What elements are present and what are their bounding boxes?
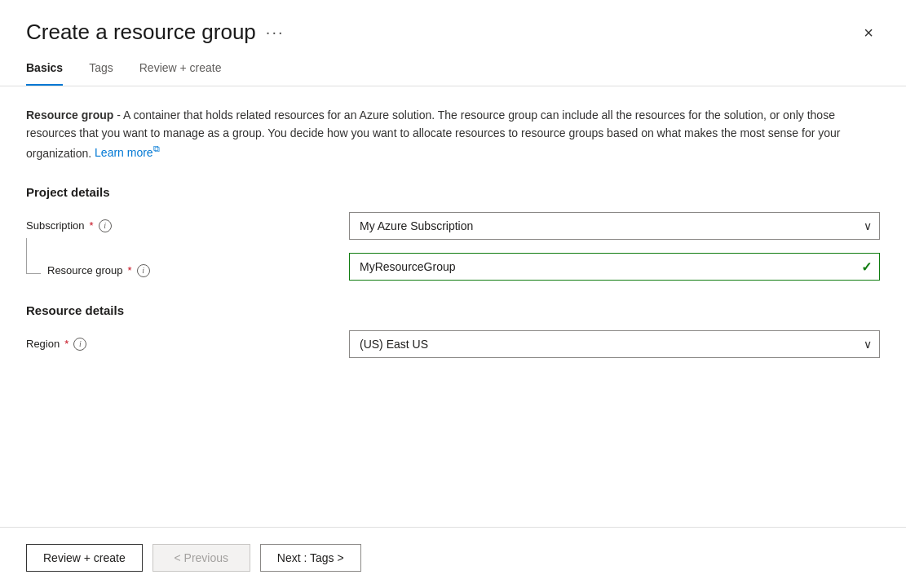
create-resource-group-dialog: Create a resource group ··· × Basics Tag… [0,0,906,588]
subscription-select-wrapper: My Azure Subscription ∨ [349,212,880,240]
dialog-footer: Review + create < Previous Next : Tags > [0,527,906,588]
indent-bracket [26,238,41,274]
dialog-header: Create a resource group ··· × [0,0,906,45]
dialog-title: Create a resource group [26,20,256,45]
resource-group-select-wrapper: MyResourceGroup ✓ [349,253,880,281]
more-options-icon[interactable]: ··· [266,23,285,42]
resource-group-select[interactable]: MyResourceGroup [349,253,880,281]
region-info-icon[interactable]: i [73,338,86,351]
region-label: Region [26,338,60,350]
resource-group-info-icon[interactable]: i [137,264,150,277]
tabs-bar: Basics Tags Review + create [0,45,906,86]
review-create-button[interactable]: Review + create [26,544,143,572]
description-bold: Resource group [26,108,113,122]
title-area: Create a resource group ··· [26,20,285,45]
subscription-row: Subscription * i My Azure Subscription ∨ [26,212,880,240]
subscription-required: * [90,219,94,232]
subscription-select[interactable]: My Azure Subscription [349,212,880,240]
subscription-control: My Azure Subscription ∨ [349,212,880,240]
region-label-area: Region * i [26,338,336,351]
close-button[interactable]: × [857,21,880,44]
region-row: Region * i (US) East US ∨ [26,330,880,358]
previous-button[interactable]: < Previous [152,544,250,572]
resource-group-row: Resource group * i MyResourceGroup ✓ [26,253,880,281]
subscription-label-area: Subscription * i [26,219,336,232]
resource-group-indent: Resource group * i [26,256,336,277]
region-select[interactable]: (US) East US [349,330,880,358]
resource-details-section: Resource details Region * i (US) East US… [26,303,880,358]
learn-more-link[interactable]: Learn more⧉ [95,146,160,159]
resource-group-required: * [128,264,132,276]
next-tags-button[interactable]: Next : Tags > [260,544,361,572]
region-required: * [64,338,69,350]
resource-group-label: Resource group [47,264,123,276]
region-select-wrapper: (US) East US ∨ [349,330,880,358]
resource-group-description: Resource group - A container that holds … [26,106,880,162]
tab-review-create[interactable]: Review + create [139,61,222,86]
project-details-title: Project details [26,185,880,199]
tab-tags[interactable]: Tags [89,61,113,86]
resource-details-title: Resource details [26,303,880,317]
subscription-label: Subscription [26,219,85,232]
region-control: (US) East US ∨ [349,330,880,358]
project-details-section: Project details Subscription * i My Azur… [26,185,880,281]
resource-group-control: MyResourceGroup ✓ [349,253,880,281]
external-link-icon: ⧉ [153,144,160,154]
resource-group-label-area: Resource group * i [47,256,150,277]
main-content: Resource group - A container that holds … [0,86,906,527]
subscription-info-icon[interactable]: i [99,219,112,232]
tab-basics[interactable]: Basics [26,61,63,86]
